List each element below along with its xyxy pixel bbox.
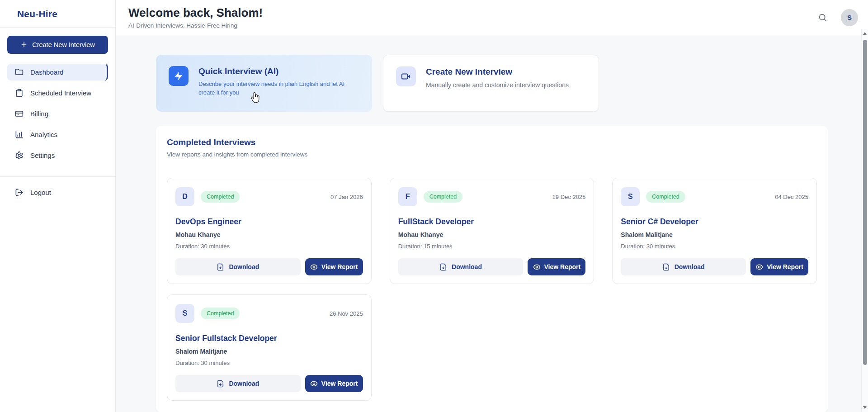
download-button[interactable]: Download — [621, 258, 746, 275]
view-report-button[interactable]: View Report — [750, 258, 808, 275]
interview-duration: Duration: 30 minutes — [621, 243, 808, 250]
interview-date: 19 Dec 2025 — [552, 194, 586, 200]
sidebar-item-analytics[interactable]: Analytics — [7, 126, 108, 143]
lightning-icon-tile — [169, 66, 189, 86]
eye-icon — [310, 380, 318, 388]
download-label: Download — [452, 263, 482, 270]
logout-icon — [15, 188, 24, 197]
completed-interviews-panel: Completed Interviews View reports and in… — [156, 126, 828, 412]
sidebar-item-label: Billing — [30, 110, 48, 118]
app-logo: Neu-Hire — [17, 9, 104, 19]
interview-card-header: SCompleted26 Nov 2025 — [175, 304, 363, 323]
sidebar-item-settings[interactable]: Settings — [7, 147, 108, 164]
interview-card-actions: DownloadView Report — [175, 375, 363, 392]
avatar-initial: D — [182, 193, 188, 201]
avatar: S — [175, 304, 194, 323]
file-down-icon — [439, 263, 447, 271]
credit-card-icon — [15, 109, 24, 118]
plus-icon — [20, 41, 28, 48]
vertical-scrollbar[interactable] — [861, 29, 868, 412]
view-report-label: View Report — [321, 380, 358, 387]
lightning-icon — [174, 71, 184, 81]
gear-icon — [15, 151, 24, 160]
quick-action-card-quick-interview-ai[interactable]: Quick Interview (AI)Describe your interv… — [156, 55, 372, 112]
search-icon — [818, 13, 827, 22]
logout-label: Logout — [30, 189, 51, 196]
download-label: Download — [229, 263, 259, 270]
interview-card-header: DCompleted07 Jan 2026 — [175, 187, 363, 206]
view-report-button[interactable]: View Report — [305, 375, 363, 392]
download-button[interactable]: Download — [175, 258, 301, 275]
interview-role-title: FullStack Developer — [398, 217, 586, 227]
avatar: D — [175, 187, 194, 206]
file-down-icon — [662, 263, 670, 271]
plus-icon — [20, 41, 28, 48]
create-new-interview-label: Create New Interview — [32, 41, 95, 48]
status-badge: Completed — [646, 191, 685, 203]
sidebar-item-label: Settings — [30, 152, 55, 159]
status-badge: Completed — [424, 191, 462, 203]
eye-icon — [310, 263, 318, 271]
download-button[interactable]: Download — [398, 258, 524, 275]
avatar-initial: S — [628, 193, 633, 201]
video-icon — [401, 71, 411, 81]
interview-date: 26 Nov 2025 — [330, 310, 363, 317]
interview-card-senior-fullstack-developer: SCompleted26 Nov 2025Senior Fullstack De… — [167, 294, 372, 401]
interview-card-senior-c-developer: SCompleted04 Dec 2025Senior C# Developer… — [612, 178, 817, 284]
quick-action-card-create-new-interview[interactable]: Create New InterviewManually create and … — [383, 55, 599, 112]
candidate-name: Mohau Khanye — [175, 231, 363, 238]
create-new-interview-button[interactable]: Create New Interview — [7, 36, 108, 54]
sidebar-item-billing[interactable]: Billing — [7, 105, 108, 122]
completed-interviews-subtitle: View reports and insights from completed… — [167, 151, 817, 158]
view-report-button[interactable]: View Report — [528, 258, 585, 275]
view-report-label: View Report — [321, 263, 358, 270]
main-content: Quick Interview (AI)Describe your interv… — [116, 35, 868, 412]
completed-interviews-title: Completed Interviews — [167, 137, 817, 147]
avatar-initial: S — [847, 14, 852, 21]
eye-icon — [533, 263, 541, 271]
bar-chart-icon — [15, 130, 24, 139]
completed-interviews-grid: DCompleted07 Jan 2026DevOps EngineerMoha… — [167, 178, 817, 401]
scrollbar-up-arrow-icon[interactable] — [863, 32, 867, 35]
interview-card-devops-engineer: DCompleted07 Jan 2026DevOps EngineerMoha… — [167, 178, 372, 284]
view-report-button[interactable]: View Report — [305, 258, 363, 275]
page-subtitle: AI-Driven Interviews, Hassle-Free Hiring — [128, 22, 263, 29]
scrollbar-down-arrow-icon[interactable] — [863, 406, 867, 409]
logo-wrap: Neu-Hire — [0, 0, 115, 28]
avatar-initial: S — [183, 309, 188, 317]
user-avatar[interactable]: S — [841, 9, 858, 26]
candidate-name: Mohau Khanye — [398, 231, 586, 238]
avatar: S — [621, 187, 640, 206]
status-badge: Completed — [201, 191, 240, 203]
avatar-initial: F — [406, 193, 410, 201]
sidebar-item-scheduled-interview[interactable]: Scheduled Interview — [7, 85, 108, 101]
interview-role-title: Senior Fullstack Developer — [175, 334, 363, 343]
search-button[interactable] — [816, 11, 829, 24]
view-report-label: View Report — [767, 263, 803, 270]
welcome-block: Welcome back, Shalom! AI-Driven Intervie… — [128, 6, 263, 29]
quick-action-title: Create New Interview — [426, 67, 569, 77]
sidebar-item-dashboard[interactable]: Dashboard — [7, 64, 108, 81]
video-icon-tile — [396, 66, 416, 86]
interview-duration: Duration: 30 minutes — [175, 360, 363, 366]
candidate-name: Shalom Malitjane — [621, 231, 808, 238]
interview-card-header: SCompleted04 Dec 2025 — [621, 187, 808, 206]
interview-date: 04 Dec 2025 — [775, 194, 808, 200]
logout-icon — [15, 188, 24, 197]
interview-card-actions: DownloadView Report — [175, 258, 363, 275]
sidebar: Neu-Hire Create New Interview DashboardS… — [0, 0, 116, 412]
topbar: Welcome back, Shalom! AI-Driven Intervie… — [116, 0, 868, 35]
quick-actions-row: Quick Interview (AI)Describe your interv… — [156, 55, 828, 112]
candidate-name: Shalom Malitjane — [175, 348, 363, 355]
scrollbar-thumb[interactable] — [863, 40, 867, 365]
download-button[interactable]: Download — [175, 375, 301, 392]
search-icon — [818, 13, 827, 22]
interview-role-title: Senior C# Developer — [621, 217, 808, 227]
interview-duration: Duration: 15 minutes — [398, 243, 586, 250]
eye-icon — [755, 263, 763, 271]
download-label: Download — [229, 380, 259, 387]
sidebar-item-logout[interactable]: Logout — [7, 184, 108, 201]
interview-duration: Duration: 30 minutes — [175, 243, 363, 250]
file-down-icon — [217, 263, 224, 271]
clipboard-icon — [15, 89, 24, 97]
